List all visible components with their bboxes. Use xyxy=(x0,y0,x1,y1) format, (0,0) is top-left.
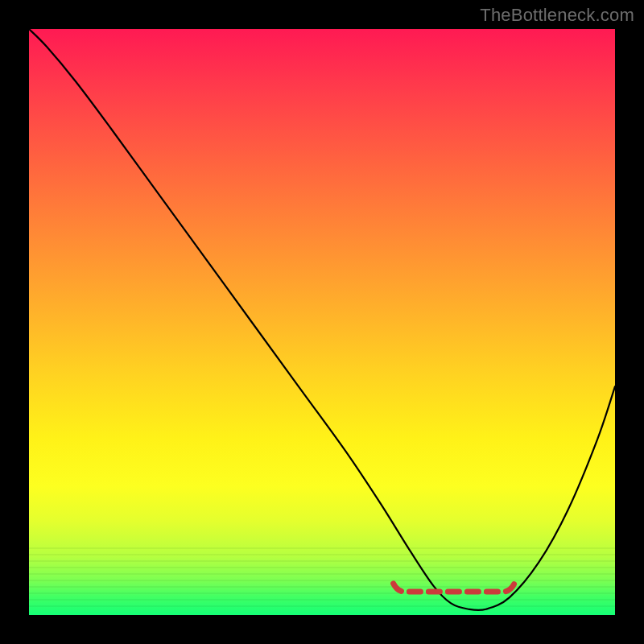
trough-marker xyxy=(29,29,615,615)
watermark-text: TheBottleneck.com xyxy=(480,5,634,26)
chart-frame: TheBottleneck.com xyxy=(0,0,644,644)
plot-area xyxy=(29,29,615,615)
